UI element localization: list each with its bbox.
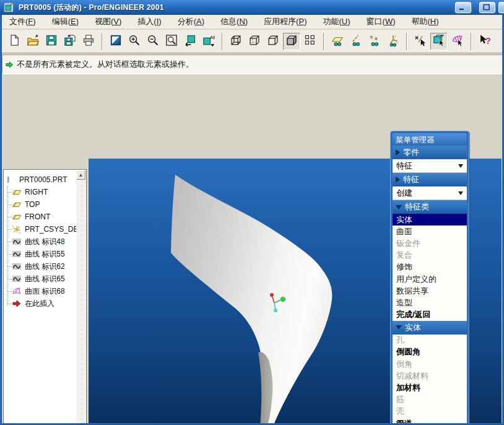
- menu-manager-item[interactable]: 倒圆角: [393, 346, 467, 358]
- menu-manager-item[interactable]: 曲面: [393, 226, 467, 237]
- app-icon: [4, 2, 14, 12]
- zoom-out-icon: [147, 34, 159, 48]
- zoom-out-button[interactable]: [144, 33, 162, 50]
- select-point-button[interactable]: [412, 33, 429, 50]
- menu-manager-header[interactable]: 零件: [393, 146, 467, 159]
- menu-item-w[interactable]: 窗口(W): [358, 15, 404, 28]
- menu-manager-item[interactable]: 修饰: [393, 261, 467, 273]
- save-copy-icon: [64, 34, 76, 48]
- menu-item-u[interactable]: 功能(U): [315, 15, 358, 28]
- tree-item[interactable]: 曲线 标识62: [4, 260, 76, 273]
- tree-scrollbar[interactable]: ▲ ▼: [76, 170, 85, 425]
- datum-points-button[interactable]: [366, 33, 383, 50]
- menu-manager-item[interactable]: 完成/返回: [393, 309, 467, 321]
- svg-text:?: ?: [485, 35, 491, 46]
- menu-bar: 文件(F)编辑(E)视图(V)插入(I)分析(A)信息(N)应用程序(P)功能(…: [1, 15, 503, 29]
- menu-item-f[interactable]: 文件(F): [1, 15, 44, 28]
- menu-manager-item: 孔: [393, 335, 467, 346]
- no-hidden-button[interactable]: [264, 33, 282, 50]
- menu-manager-title: 菜单管理器: [393, 133, 467, 146]
- scroll-up-arrow[interactable]: ▲: [76, 170, 85, 180]
- csys-icon: zx: [12, 224, 22, 234]
- tree-item[interactable]: 曲面 标识68: [4, 285, 76, 297]
- menu-manager-item[interactable]: 造型: [393, 297, 467, 309]
- new-file-button[interactable]: [6, 33, 23, 50]
- menu-manager-panel: 菜单管理器 零件特征特征创建特征类实体曲面钣金件复合修饰用户定义的数据共享造型完…: [390, 131, 469, 425]
- orient-button[interactable]: [181, 33, 199, 50]
- menu-manager-item[interactable]: 实体: [393, 214, 467, 226]
- menu-item-i[interactable]: 插入(I): [129, 15, 169, 28]
- tree-item[interactable]: 在此插入: [4, 297, 76, 310]
- tree-item[interactable]: FRONT: [4, 211, 76, 223]
- datum-plane-icon: [12, 199, 22, 209]
- tree-item[interactable]: 曲线 标识65: [4, 273, 76, 285]
- dropdown-arrow-icon: [458, 191, 463, 195]
- menu-manager-header[interactable]: 实体: [393, 321, 467, 335]
- model-tree: PRT0005.PRTRIGHTTOPFRONTzxPRT_CSYS_DEF曲线…: [4, 173, 76, 310]
- wireframe-icon: [230, 34, 242, 48]
- menu-item-e[interactable]: 编辑(E): [44, 15, 87, 28]
- toolbar-separator: [406, 33, 407, 50]
- tree-item[interactable]: TOP: [4, 198, 76, 211]
- minimize-button[interactable]: [455, 2, 471, 13]
- tree-item[interactable]: 曲线 标识48: [4, 235, 76, 248]
- close-button[interactable]: [498, 2, 504, 13]
- maximize-button[interactable]: [479, 2, 495, 13]
- menu-manager-item-list: 孔倒圆角倒角切减材料加材料筋壳管道扭曲求交: [393, 335, 467, 425]
- svg-text:x: x: [396, 40, 398, 44]
- shaded-button[interactable]: [283, 33, 300, 50]
- menu-manager-dropdown[interactable]: 创建: [393, 186, 467, 200]
- select-surface-button[interactable]: [430, 33, 448, 50]
- datum-csys-button[interactable]: yx: [385, 33, 402, 50]
- saved-views-button[interactable]: AB: [200, 33, 217, 50]
- menu-manager-item[interactable]: 加材料: [393, 382, 467, 393]
- tree-item-label: RIGHT: [25, 188, 48, 196]
- select-quilt-button[interactable]: [449, 33, 466, 50]
- model-tree-button[interactable]: [302, 33, 319, 50]
- svg-text:z: z: [12, 225, 14, 228]
- hidden-line-button[interactable]: [246, 33, 263, 50]
- menu-manager-header-label: 特征: [403, 174, 419, 185]
- save-copy-button[interactable]: [61, 33, 79, 50]
- menu-manager-dropdown[interactable]: 特征: [393, 159, 467, 173]
- menu-manager-header[interactable]: 特征类: [393, 200, 467, 214]
- menu-item-h[interactable]: 帮助(H): [404, 15, 447, 28]
- zoom-in-button[interactable]: [126, 33, 143, 50]
- datum-planes-button[interactable]: [329, 33, 346, 50]
- menu-manager-item: 筋: [393, 394, 467, 406]
- menu-manager-item[interactable]: 用户定义的: [393, 273, 467, 285]
- triangle-right-icon: [396, 177, 400, 183]
- help-select-button[interactable]: ?: [476, 33, 493, 50]
- menu-manager-item: 壳: [393, 406, 467, 418]
- tree-item[interactable]: zxPRT_CSYS_DEF: [4, 223, 76, 235]
- toolbar-separator: [471, 33, 472, 50]
- menu-item-n[interactable]: 信息(N): [212, 15, 256, 28]
- tree-item-label: 曲线 标识62: [25, 261, 65, 272]
- window-title: PRT0005 (活动的) - Pro/ENGINEER 2001: [19, 2, 164, 13]
- datum-csys-icon: yx: [387, 34, 399, 48]
- tree-item-label: PRT0005.PRT: [19, 175, 67, 184]
- tree-item-label: 曲线 标识55: [25, 249, 65, 260]
- triangle-down-icon: [396, 205, 402, 209]
- tree-item[interactable]: RIGHT: [4, 186, 76, 198]
- application-window: PRT0005 (活动的) - Pro/ENGINEER 2001 文件(F)编…: [0, 0, 504, 425]
- menu-manager-item[interactable]: 数据共享: [393, 285, 467, 297]
- tree-root-item[interactable]: PRT0005.PRT: [4, 173, 76, 186]
- tree-item[interactable]: 曲线 标识55: [4, 248, 76, 260]
- dropdown-arrow-icon: [458, 164, 463, 168]
- save-button[interactable]: [43, 33, 60, 50]
- print-button[interactable]: [80, 33, 97, 50]
- repaint-button[interactable]: [107, 33, 124, 50]
- zoom-in-icon: [128, 34, 141, 48]
- menu-item-a[interactable]: 分析(A): [170, 15, 212, 28]
- wireframe-button[interactable]: [227, 33, 245, 50]
- 3d-surface[interactable]: [171, 175, 332, 425]
- menu-item-p[interactable]: 应用程序(P): [256, 15, 315, 28]
- toolbar-separator: [323, 33, 324, 50]
- menu-item-v[interactable]: 视图(V): [87, 15, 129, 28]
- zoom-fit-button[interactable]: [163, 33, 180, 50]
- datum-axes-button[interactable]: [347, 33, 365, 50]
- menu-manager-header-label: 实体: [405, 322, 421, 333]
- open-folder-button[interactable]: [24, 33, 41, 50]
- menu-manager-header[interactable]: 特征: [393, 173, 467, 186]
